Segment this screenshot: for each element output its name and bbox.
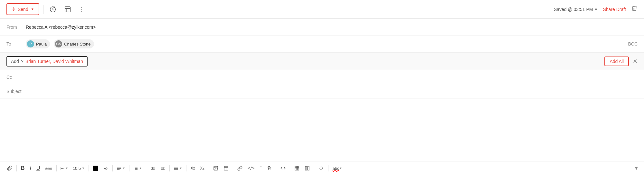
table-button[interactable] xyxy=(292,164,301,172)
cc-label: Cc xyxy=(6,75,26,80)
recipient-paula[interactable]: P Paula xyxy=(26,39,50,48)
recipient-charles-name: Charles Stone xyxy=(64,42,90,46)
text-color-swatch xyxy=(93,166,98,171)
font-family-arrow: ▼ xyxy=(65,167,68,170)
source-button[interactable] xyxy=(279,164,288,172)
align-select[interactable]: ▼ xyxy=(115,165,127,172)
highlight-button[interactable] xyxy=(101,165,110,172)
align-arrow: ▼ xyxy=(122,167,125,170)
underline-button[interactable]: U xyxy=(34,164,42,172)
fmt-divider-13 xyxy=(314,165,314,171)
superscript-button[interactable]: X2 xyxy=(189,165,197,172)
suggestion-names: Brian Turner, David Whitman xyxy=(25,59,83,64)
subscript-button[interactable]: X2 xyxy=(198,165,206,172)
columns-button[interactable] xyxy=(303,164,312,172)
outdent-button[interactable] xyxy=(148,165,157,172)
svg-rect-2 xyxy=(65,6,70,12)
to-label: To xyxy=(6,41,26,46)
link-button[interactable] xyxy=(235,164,244,172)
saved-dropdown-arrow[interactable]: ▼ xyxy=(594,7,598,11)
send-button[interactable]: ✈ Send ▼ xyxy=(6,3,39,15)
bcc-button[interactable]: BCC xyxy=(628,41,638,46)
from-value: Rebecca A <rebecca@zylker.com> xyxy=(26,25,638,30)
italic-button[interactable]: I xyxy=(28,164,33,172)
subject-row[interactable]: Subject xyxy=(0,84,644,98)
attach-button[interactable] xyxy=(5,164,14,172)
indent-button[interactable] xyxy=(158,165,167,172)
format-clear-button[interactable] xyxy=(265,164,274,172)
strikethrough-button[interactable]: abc xyxy=(43,165,54,172)
spellcheck-button[interactable]: abc ▼ xyxy=(331,165,344,172)
text-color-button[interactable] xyxy=(91,164,100,172)
fmt-divider-8 xyxy=(186,165,186,171)
toolbar-expand-button[interactable]: ▼ xyxy=(634,165,639,171)
suggestion-row: Add ? Brian Turner, David Whitman Add Al… xyxy=(0,53,644,70)
font-family-select[interactable]: F- ▼ xyxy=(59,165,70,172)
svg-rect-35 xyxy=(305,166,307,170)
saved-status-text: Saved @ 03:51 PM xyxy=(554,7,593,12)
more-options-button[interactable]: ⋮ xyxy=(77,5,87,14)
expand-icon: ▼ xyxy=(634,165,639,171)
list-select[interactable]: ▼ xyxy=(132,165,144,172)
fmt-divider-11 xyxy=(276,165,276,171)
font-size-select[interactable]: 10.5 ▼ xyxy=(71,165,86,172)
fmt-divider-7 xyxy=(169,165,170,171)
svg-point-26 xyxy=(215,167,215,168)
list-arrow: ▼ xyxy=(139,167,142,170)
suggestion-right: Add All ✕ xyxy=(604,57,638,66)
list-icon xyxy=(133,166,138,171)
fmt-divider-5 xyxy=(129,165,129,171)
cc-row[interactable]: Cc xyxy=(0,70,644,84)
line-height-select[interactable]: ▼ xyxy=(172,165,184,172)
from-row: From Rebecca A <rebecca@zylker.com> xyxy=(0,19,644,36)
svg-rect-30 xyxy=(295,166,299,170)
to-recipients: P Paula CS Charles Stone xyxy=(26,39,97,48)
fmt-divider-12 xyxy=(290,165,290,171)
share-draft-button[interactable]: Share Draft xyxy=(603,7,626,12)
close-suggestion-button[interactable]: ✕ xyxy=(633,58,638,65)
compose-window: ✈ Send ▼ ⋮ Saved @ 03:51 P xyxy=(0,0,644,175)
align-icon xyxy=(117,166,121,171)
more-options-icon: ⋮ xyxy=(79,6,85,13)
toolbar-right: Saved @ 03:51 PM ▼ Share Draft xyxy=(554,5,638,13)
blockquote-button[interactable]: " xyxy=(258,164,264,172)
close-icon: ✕ xyxy=(633,58,638,65)
bold-button[interactable]: B xyxy=(19,164,27,172)
spellcheck-label: abc xyxy=(333,166,339,171)
saved-status: Saved @ 03:51 PM ▼ xyxy=(554,7,598,12)
fmt-divider-1 xyxy=(16,165,17,171)
email-fields: From Rebecca A <rebecca@zylker.com> To P… xyxy=(0,19,644,98)
from-label: From xyxy=(6,25,26,30)
font-family-label: F- xyxy=(61,166,64,171)
line-height-arrow: ▼ xyxy=(179,167,182,170)
templates-button[interactable] xyxy=(62,5,73,14)
subject-label: Subject xyxy=(6,89,26,94)
recipient-paula-name: Paula xyxy=(36,42,47,46)
schedule-send-button[interactable] xyxy=(47,5,58,14)
fmt-divider-14 xyxy=(328,165,328,171)
avatar-paula: P xyxy=(27,40,34,47)
send-label: Send xyxy=(18,7,28,12)
send-dropdown-arrow[interactable]: ▼ xyxy=(31,7,34,11)
send-icon: ✈ xyxy=(12,6,16,12)
font-size-value: 10.5 xyxy=(73,166,81,171)
recipient-charles[interactable]: CS Charles Stone xyxy=(54,39,94,48)
format-toolbar: B I U abc F- ▼ 10.5 ▼ xyxy=(0,161,644,175)
image-button[interactable] xyxy=(211,164,220,172)
fmt-divider-4 xyxy=(112,165,113,171)
spellcheck-arrow: ▼ xyxy=(339,167,342,170)
code-button[interactable]: </> xyxy=(246,165,257,172)
suggestion-question: ? xyxy=(21,59,24,64)
line-height-icon xyxy=(174,166,178,171)
add-all-button[interactable]: Add All xyxy=(604,57,629,66)
avatar-charles: CS xyxy=(55,40,62,47)
delete-draft-button[interactable] xyxy=(631,5,638,13)
fmt-divider-3 xyxy=(89,165,89,171)
svg-rect-36 xyxy=(308,166,309,170)
emoji-button[interactable]: ☺ xyxy=(317,164,326,172)
suggestion-box: Add ? Brian Turner, David Whitman xyxy=(6,56,88,67)
fmt-divider-10 xyxy=(233,165,233,171)
table2-button[interactable] xyxy=(222,164,231,172)
toolbar-divider-1 xyxy=(43,5,43,14)
font-size-arrow: ▼ xyxy=(82,167,85,170)
